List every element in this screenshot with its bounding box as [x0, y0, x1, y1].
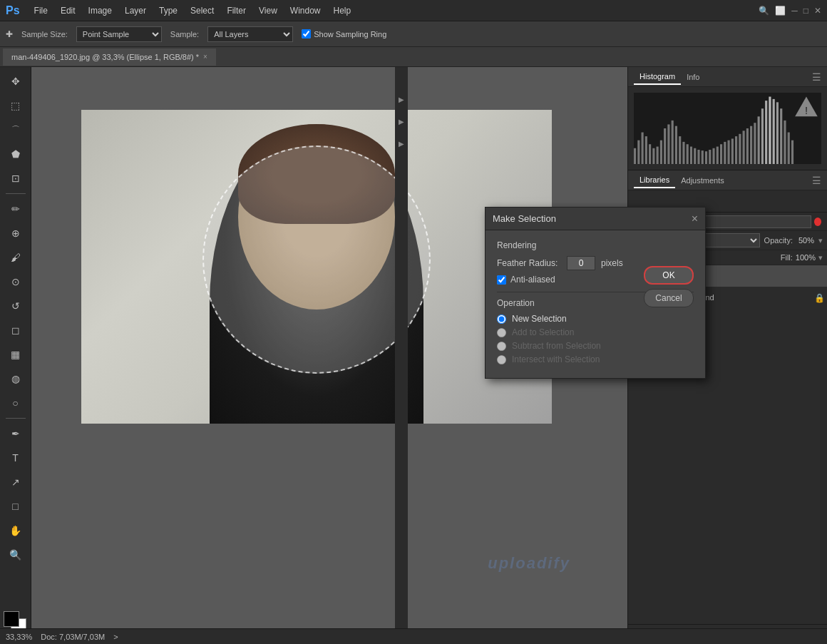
clone-tool[interactable]: ⊙ — [4, 270, 27, 293]
document-tab[interactable]: man-449406_1920.jpg @ 33,3% (Ellipse 1, … — [3, 48, 216, 66]
history-brush-tool[interactable]: ↺ — [4, 295, 27, 317]
svg-rect-25 — [720, 144, 722, 164]
shape-tool[interactable]: □ — [4, 495, 27, 518]
brush-tool[interactable]: 🖌 — [4, 246, 27, 269]
svg-rect-4 — [642, 133, 644, 164]
tool-separator-1 — [6, 193, 26, 194]
text-tool[interactable]: T — [4, 446, 27, 469]
svg-rect-8 — [657, 147, 659, 164]
svg-rect-7 — [652, 148, 654, 164]
foreground-color-swatch[interactable] — [4, 611, 19, 627]
libraries-menu-icon[interactable]: ☰ — [812, 175, 821, 186]
subtract-selection-option: Subtract from Selection — [497, 341, 694, 351]
tab-close-button[interactable]: × — [203, 53, 207, 61]
quick-select-tool[interactable]: ⬟ — [4, 143, 27, 165]
menu-select[interactable]: Select — [185, 4, 220, 17]
menu-type[interactable]: Type — [153, 4, 183, 17]
anti-aliased-label: Anti-aliased — [510, 275, 555, 285]
pen-tool[interactable]: ✒ — [4, 422, 27, 445]
svg-rect-26 — [724, 142, 726, 164]
subtract-selection-radio — [497, 342, 506, 351]
info-tab[interactable]: Info — [681, 70, 705, 84]
sample-size-select[interactable]: Point Sample — [76, 26, 162, 42]
svg-rect-6 — [649, 144, 651, 164]
svg-rect-13 — [675, 126, 677, 164]
libraries-tab[interactable]: Libraries — [634, 173, 675, 188]
minimize-icon[interactable]: ─ — [791, 6, 798, 16]
panel-arrow-3[interactable]: ▶ — [399, 140, 404, 148]
svg-rect-32 — [746, 128, 749, 164]
anti-aliased-checkbox[interactable] — [497, 275, 506, 285]
opacity-label: Opacity: — [764, 236, 793, 245]
menu-file[interactable]: File — [29, 4, 53, 17]
panel-arrow-1[interactable]: ▶ — [399, 96, 404, 103]
menu-layer[interactable]: Layer — [119, 4, 152, 17]
intersect-selection-radio — [497, 355, 506, 364]
healing-tool[interactable]: ⊕ — [4, 222, 27, 245]
menu-image[interactable]: Image — [83, 4, 118, 17]
eyedropper-tool[interactable]: ✏ — [4, 198, 27, 220]
close-window-icon[interactable]: ✕ — [814, 6, 821, 16]
search-icon[interactable]: 🔍 — [759, 6, 769, 16]
zoom-level: 33,33% — [6, 633, 32, 641]
svg-rect-21 — [705, 151, 707, 164]
new-selection-option[interactable]: New Selection — [497, 314, 694, 324]
ps-logo: Ps — [6, 4, 20, 17]
show-sampling-ring-checkbox[interactable]: Show Sampling Ring — [302, 29, 386, 39]
add-to-selection-label: Add to Selection — [512, 327, 574, 337]
blur-tool[interactable]: ◍ — [4, 367, 27, 390]
svg-rect-41 — [780, 108, 782, 164]
opacity-chevron-icon[interactable]: ▾ — [818, 236, 823, 245]
crop-tool[interactable]: ⊡ — [4, 167, 27, 190]
histogram-tab[interactable]: Histogram — [634, 69, 681, 85]
cancel-button[interactable]: Cancel — [644, 289, 694, 307]
svg-rect-10 — [664, 128, 666, 164]
svg-rect-20 — [702, 150, 704, 164]
eyedropper-tool-icon: ✚ — [6, 29, 13, 39]
menu-help[interactable]: Help — [328, 4, 357, 17]
histogram-menu-icon[interactable]: ☰ — [812, 71, 821, 83]
new-selection-radio[interactable] — [497, 315, 506, 324]
svg-rect-27 — [728, 140, 730, 164]
svg-rect-5 — [645, 136, 647, 164]
red-indicator — [814, 218, 821, 226]
svg-rect-36 — [761, 108, 764, 164]
fill-chevron-icon[interactable]: ▾ — [818, 253, 823, 262]
add-to-selection-radio — [497, 328, 506, 337]
zoom-tool[interactable]: 🔍 — [4, 543, 27, 566]
eraser-tool[interactable]: ◻ — [4, 319, 27, 342]
sample-select[interactable]: All Layers — [207, 26, 293, 42]
panel-arrow-2[interactable]: ▶ — [399, 118, 404, 126]
new-selection-label: New Selection — [512, 314, 567, 324]
svg-rect-34 — [754, 123, 756, 164]
ok-button[interactable]: OK — [644, 266, 694, 285]
svg-rect-2 — [634, 148, 636, 164]
arrange-icon[interactable]: ⬜ — [775, 6, 786, 16]
svg-rect-22 — [709, 150, 711, 164]
maximize-icon[interactable]: □ — [803, 6, 808, 16]
dodge-tool[interactable]: ○ — [4, 392, 27, 414]
menu-bar: Ps File Edit Image Layer Type Select Fil… — [0, 0, 827, 21]
path-select-tool[interactable]: ↗ — [4, 471, 27, 494]
marquee-tool[interactable]: ⬚ — [4, 94, 27, 117]
menu-view[interactable]: View — [253, 4, 283, 17]
adjustments-tab[interactable]: Adjustments — [675, 173, 730, 188]
svg-rect-11 — [667, 124, 669, 164]
histogram-chart: ! — [634, 93, 821, 164]
menu-window[interactable]: Window — [284, 4, 327, 17]
svg-rect-12 — [672, 121, 674, 164]
lasso-tool[interactable]: ⌒ — [4, 118, 27, 141]
feather-radius-input[interactable] — [567, 256, 595, 270]
opacity-value: 50% — [798, 236, 814, 245]
tab-filename: man-449406_1920.jpg @ 33,3% (Ellipse 1, … — [11, 53, 199, 61]
menu-filter[interactable]: Filter — [221, 4, 252, 17]
dialog-close-button[interactable]: × — [692, 213, 698, 225]
gradient-tool[interactable]: ▦ — [4, 343, 27, 366]
menu-edit[interactable]: Edit — [55, 4, 81, 17]
hand-tool[interactable]: ✋ — [4, 519, 27, 542]
intersect-selection-option: Intersect with Selection — [497, 354, 694, 364]
fill-value: 100% — [796, 253, 816, 262]
subtract-selection-label: Subtract from Selection — [512, 341, 601, 351]
move-tool[interactable]: ✥ — [4, 70, 27, 93]
histogram-panel: Histogram Info ☰ ! — [628, 67, 827, 170]
